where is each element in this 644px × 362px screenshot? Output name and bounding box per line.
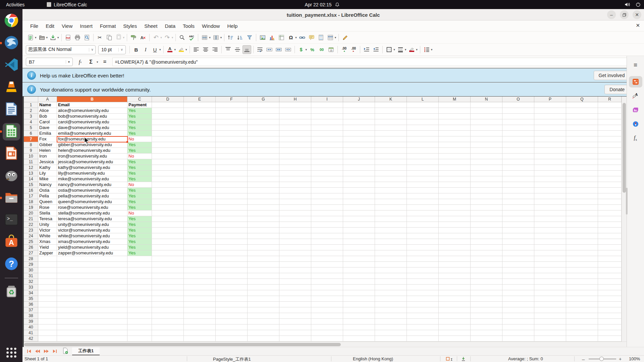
cell-R28[interactable] <box>598 256 622 262</box>
cell-P34[interactable] <box>534 290 566 296</box>
chevron-down-icon[interactable]: ▾ <box>172 36 173 39</box>
cell-Q1[interactable] <box>566 102 598 108</box>
cell-D2[interactable] <box>152 108 184 114</box>
cell-M21[interactable] <box>439 216 471 222</box>
cell-R17[interactable] <box>598 193 622 199</box>
cell-A36[interactable] <box>38 302 57 307</box>
row-header-27[interactable]: 27 <box>24 250 38 256</box>
cell-Q9[interactable] <box>566 148 598 154</box>
row-header-17[interactable]: 17 <box>24 193 38 199</box>
font-color-icon[interactable]: A <box>166 45 174 54</box>
cell-C42[interactable] <box>127 336 152 342</box>
cell-R33[interactable] <box>598 285 622 290</box>
cell-N31[interactable] <box>471 273 502 279</box>
cell-D18[interactable] <box>152 199 184 205</box>
cell-B10[interactable]: iron@someuniversity.edu <box>57 154 127 159</box>
cell-Q36[interactable] <box>566 302 598 307</box>
cell-P6[interactable] <box>534 131 566 136</box>
cell-I19[interactable] <box>311 205 343 210</box>
row-header-37[interactable]: 37 <box>24 307 38 313</box>
cell-L6[interactable] <box>407 131 439 136</box>
cell-B41[interactable] <box>57 330 127 336</box>
cell-C34[interactable] <box>127 290 152 296</box>
cell-E3[interactable] <box>184 114 216 119</box>
chevron-down-icon[interactable]: ˅ <box>89 48 93 52</box>
cell-G1[interactable] <box>248 102 279 108</box>
cell-F25[interactable] <box>216 239 248 245</box>
chevron-down-icon[interactable]: ▾ <box>335 36 336 39</box>
cell-B29[interactable] <box>57 262 127 267</box>
cell-D29[interactable] <box>152 262 184 267</box>
cell-Q28[interactable] <box>566 256 598 262</box>
cell-D32[interactable] <box>152 279 184 285</box>
topbar-app-indicator[interactable]: LibreOffice Calc <box>47 2 87 7</box>
cell-L8[interactable] <box>407 142 439 148</box>
cell-O32[interactable] <box>502 279 534 285</box>
cell-O11[interactable] <box>502 159 534 165</box>
cell-H39[interactable] <box>279 319 311 324</box>
cell-B36[interactable] <box>57 302 127 307</box>
cell-A37[interactable] <box>38 307 57 313</box>
cell-F34[interactable] <box>216 290 248 296</box>
cell-J22[interactable] <box>343 222 375 228</box>
menu-tools[interactable]: Tools <box>179 22 198 30</box>
cell-A27[interactable]: Zapper <box>38 250 57 256</box>
sheet-tab[interactable]: 工作表1 <box>72 347 100 356</box>
cell-N11[interactable] <box>471 159 502 165</box>
cell-B31[interactable] <box>57 273 127 279</box>
show-draw-functions-icon[interactable] <box>341 33 350 42</box>
cell-H10[interactable] <box>279 154 311 159</box>
cell-D6[interactable] <box>152 131 184 136</box>
insert-column-icon[interactable] <box>212 33 220 42</box>
cell-A3[interactable]: Bob <box>38 114 57 119</box>
cell-O42[interactable] <box>502 336 534 342</box>
cell-Q42[interactable] <box>566 336 598 342</box>
cell-E36[interactable] <box>184 302 216 307</box>
cell-O6[interactable] <box>502 131 534 136</box>
cell-C26[interactable]: Yes <box>127 245 152 250</box>
underline-icon[interactable]: U <box>151 45 159 54</box>
cell-I24[interactable] <box>311 233 343 239</box>
cell-L34[interactable] <box>407 290 439 296</box>
cell-C33[interactable] <box>127 285 152 290</box>
pivot-table-icon[interactable] <box>277 33 286 42</box>
merge-cells-icon[interactable] <box>274 45 283 54</box>
merge-center-icon[interactable] <box>265 45 274 54</box>
cell-K11[interactable] <box>375 159 407 165</box>
row-header-25[interactable]: 25 <box>24 239 38 245</box>
cell-J33[interactable] <box>343 285 375 290</box>
sidebar-properties-icon[interactable] <box>629 76 642 87</box>
cell-R20[interactable] <box>598 210 622 216</box>
row-header-13[interactable]: 13 <box>24 171 38 176</box>
cell-F37[interactable] <box>216 307 248 313</box>
cell-Q2[interactable] <box>566 108 598 114</box>
row-header-5[interactable]: 5 <box>24 125 38 131</box>
cell-C18[interactable]: Yes <box>127 199 152 205</box>
cell-H40[interactable] <box>279 324 311 330</box>
chevron-down-icon[interactable]: ▾ <box>57 36 59 39</box>
column-header-A[interactable]: A <box>38 97 57 102</box>
cell-B12[interactable]: kathy@someuniversity.edu <box>57 165 127 171</box>
cell-G34[interactable] <box>248 290 279 296</box>
cell-K10[interactable] <box>375 154 407 159</box>
cell-I10[interactable] <box>311 154 343 159</box>
cell-D16[interactable] <box>152 188 184 193</box>
cell-K3[interactable] <box>375 114 407 119</box>
cell-K33[interactable] <box>375 285 407 290</box>
cell-C17[interactable]: Yes <box>127 193 152 199</box>
cell-K34[interactable] <box>375 290 407 296</box>
cell-B3[interactable]: bob@someuniversity.edu <box>57 114 127 119</box>
cell-E17[interactable] <box>184 193 216 199</box>
cell-F42[interactable] <box>216 336 248 342</box>
cell-C24[interactable]: Yes <box>127 233 152 239</box>
cell-L20[interactable] <box>407 210 439 216</box>
column-header-N[interactable]: N <box>471 97 502 102</box>
next-sheet-icon[interactable] <box>43 349 49 353</box>
cell-E32[interactable] <box>184 279 216 285</box>
cell-K30[interactable] <box>375 267 407 273</box>
cell-A6[interactable]: Emilia <box>38 131 57 136</box>
column-header-D[interactable]: D <box>152 97 184 102</box>
cell-F20[interactable] <box>216 210 248 216</box>
row-header-20[interactable]: 20 <box>24 210 38 216</box>
cell-G11[interactable] <box>248 159 279 165</box>
